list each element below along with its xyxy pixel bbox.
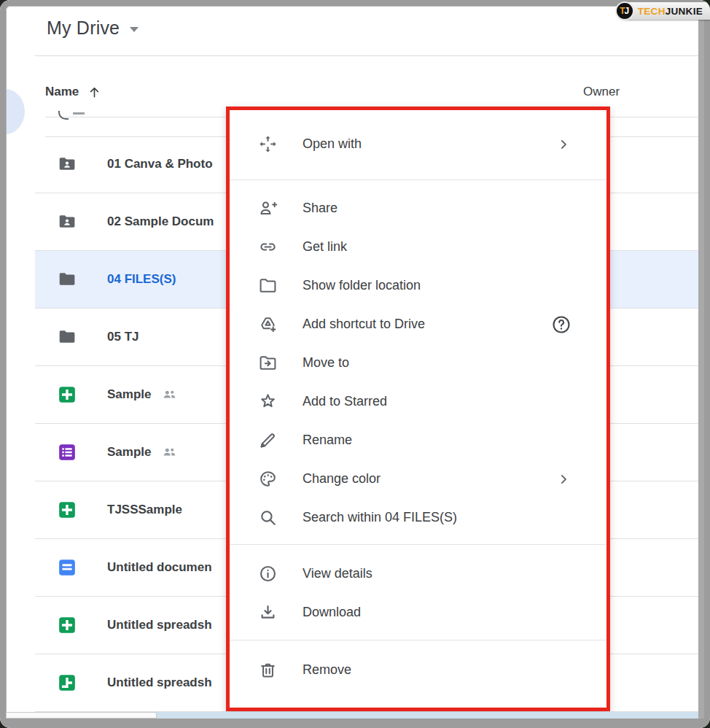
techjunkie-wordmark: TECHJUNKIE [638,6,703,17]
shared-people-icon [162,387,178,403]
horizontal-scrollbar-track[interactable] [6,712,698,719]
menu-item-show-folder-location[interactable]: Show folder location [230,266,606,305]
spreadsheet-icon [57,673,77,692]
menu-item-change-color[interactable]: Change color [230,460,606,498]
menu-item-share[interactable]: Share [230,189,606,228]
partial-icon-fragment [58,111,69,120]
menu-item-open-with[interactable]: Open with [230,125,606,163]
folder-outline-icon [257,276,278,296]
document-icon [57,558,77,577]
chevron-right-icon [555,136,571,152]
spreadsheet-icon [57,500,77,519]
file-name: 01 Canva & Photo [107,157,213,171]
folder-icon [57,270,77,289]
trash-icon [257,660,278,681]
chevron-right-icon [555,471,571,487]
menu-section-actions: Share Get link Show folder location Add … [230,180,606,544]
chevron-down-icon [130,27,139,32]
file-name: Sample [107,387,151,402]
menu-item-get-link[interactable]: Get link [230,228,606,266]
menu-item-download[interactable]: Download [230,593,606,632]
menu-item-search-within[interactable]: Search within 04 FILES(S) [230,498,606,537]
vertical-scrollbar[interactable] [698,6,704,719]
add-shortcut-drive-icon [257,314,278,335]
menu-item-move-to[interactable]: Move to [230,344,606,382]
open-with-icon [257,134,278,155]
my-drive-dropdown[interactable]: My Drive [47,18,139,39]
share-person-add-icon [257,198,278,219]
menu-section-details: View details Download [230,545,606,640]
menu-item-view-details[interactable]: View details [230,554,606,593]
sort-ascending-icon[interactable] [87,85,101,99]
techjunkie-logo: T J TECHJUNKIE [617,2,710,20]
download-icon [257,603,278,623]
selection-peek-circle [0,89,25,134]
menu-section-open: Open with [230,110,606,179]
file-name: Untitled spreadsh [107,675,212,690]
column-header-name[interactable]: Name [45,85,101,99]
form-icon [57,443,77,462]
file-name: Untitled documen [107,560,212,575]
file-name: 05 TJ [107,330,139,344]
horizontal-scrollbar-thumb[interactable] [6,712,157,719]
shared-folder-icon [57,212,77,231]
folder-icon [57,328,77,346]
menu-section-remove: Remove [230,640,606,708]
file-name: TJSSSample [107,503,182,517]
file-name: Sample [107,445,151,460]
pencil-icon [257,430,278,451]
search-icon [257,508,278,528]
drive-window: My Drive Name Owner 01 Canva & Photo 02 … [0,0,710,728]
shared-people-icon [162,444,178,460]
star-icon [257,392,278,412]
column-header-owner: Owner [583,85,620,99]
file-name: 04 FILES(S) [107,272,176,287]
techjunkie-badge: T J [615,1,634,20]
file-name: 02 Sample Docum [107,214,214,229]
context-menu: Open with Share Get link [226,107,610,711]
info-icon [257,564,278,584]
spreadsheet-icon [57,616,77,635]
menu-item-rename[interactable]: Rename [230,421,606,460]
help-icon[interactable] [551,314,571,335]
page-title: My Drive [47,18,120,39]
move-to-folder-icon [257,353,278,373]
file-name: Untitled spreadsh [107,618,212,632]
shared-folder-icon [57,155,77,174]
header-divider [35,55,698,56]
menu-item-add-shortcut[interactable]: Add shortcut to Drive [230,305,606,344]
partial-text-fragment [73,112,85,115]
link-icon [257,237,278,257]
menu-item-remove[interactable]: Remove [230,651,606,689]
menu-item-add-to-starred[interactable]: Add to Starred [230,382,606,421]
spreadsheet-icon [57,385,77,404]
palette-icon [257,469,278,489]
